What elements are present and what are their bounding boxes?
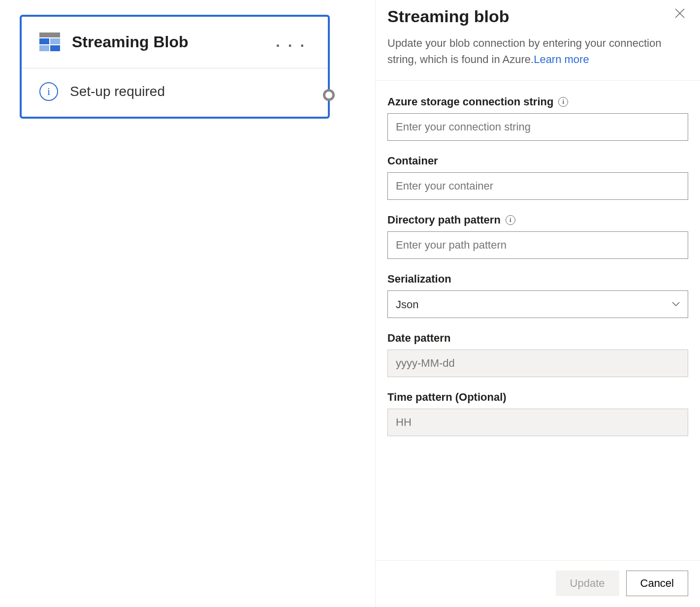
container-input[interactable]	[387, 172, 688, 200]
info-icon: i	[39, 82, 58, 101]
close-icon	[674, 8, 685, 19]
time-pattern-input	[387, 409, 688, 436]
label-text: Azure storage connection string	[387, 96, 553, 108]
design-canvas: Streaming Blob . . . i Set-up required	[0, 0, 375, 607]
output-connector[interactable]	[323, 89, 335, 101]
field-label: Date pattern	[387, 332, 688, 345]
svg-rect-3	[39, 45, 49, 51]
cancel-button[interactable]: Cancel	[626, 571, 688, 596]
svg-rect-4	[50, 45, 60, 51]
node-body: i Set-up required	[22, 68, 328, 117]
streaming-blob-node[interactable]: Streaming Blob . . . i Set-up required	[20, 15, 330, 119]
svg-rect-1	[39, 38, 49, 44]
learn-more-link[interactable]: Learn more	[534, 53, 589, 65]
field-container: Container	[387, 155, 688, 200]
field-label: Directory path pattern i	[387, 214, 688, 226]
close-button[interactable]	[671, 5, 688, 22]
field-label: Serialization	[387, 273, 688, 286]
field-directory-path: Directory path pattern i	[387, 214, 688, 259]
description-text: Update your blob connection by entering …	[387, 37, 661, 65]
config-panel: Streaming blob Update your blob connecti…	[375, 0, 700, 607]
node-title: Streaming Blob	[72, 33, 272, 51]
field-serialization: Serialization Json	[387, 273, 688, 318]
directory-path-input[interactable]	[387, 231, 688, 259]
field-time-pattern: Time pattern (Optional)	[387, 391, 688, 436]
connection-string-input[interactable]	[387, 113, 688, 141]
field-date-pattern: Date pattern	[387, 332, 688, 377]
field-label: Time pattern (Optional)	[387, 391, 688, 404]
field-label: Container	[387, 155, 688, 167]
svg-rect-2	[50, 38, 60, 44]
info-icon[interactable]: i	[558, 97, 568, 107]
serialization-select[interactable]: Json	[387, 290, 688, 318]
label-text: Directory path pattern	[387, 214, 501, 226]
node-context-menu[interactable]: . . .	[272, 33, 310, 50]
label-text: Container	[387, 155, 438, 167]
node-status-text: Set-up required	[70, 84, 165, 99]
label-text: Time pattern (Optional)	[387, 391, 507, 404]
field-connection-string: Azure storage connection string i	[387, 96, 688, 141]
label-text: Date pattern	[387, 332, 450, 345]
panel-footer: Update Cancel	[376, 560, 700, 607]
node-header: Streaming Blob . . .	[22, 17, 328, 68]
field-label: Azure storage connection string i	[387, 96, 688, 108]
svg-rect-0	[39, 32, 60, 37]
update-button[interactable]: Update	[556, 571, 619, 596]
panel-header: Streaming blob	[387, 7, 688, 26]
panel-description: Update your blob connection by entering …	[387, 35, 688, 67]
panel-title: Streaming blob	[387, 7, 509, 26]
date-pattern-input	[387, 350, 688, 377]
blob-storage-icon	[39, 32, 60, 52]
info-icon[interactable]: i	[506, 215, 515, 225]
panel-divider	[376, 80, 700, 81]
label-text: Serialization	[387, 273, 451, 286]
